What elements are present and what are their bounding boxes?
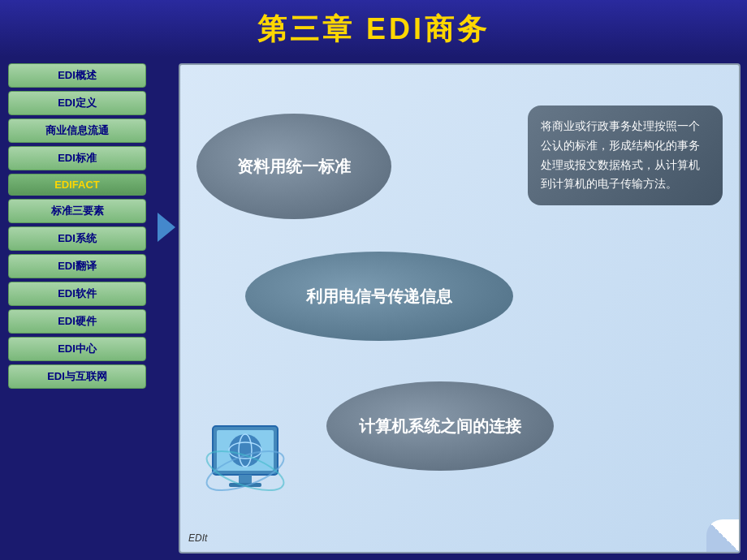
oval-computer-text: 计算机系统之间的连接: [359, 416, 521, 437]
content-area: 资料用统一标准 利用电信号传递信息 计算机系统之间的连接 将商业或行政事务处理按…: [179, 63, 741, 554]
page-header: 第三章 EDI商务: [0, 0, 747, 57]
svg-point-2: [229, 434, 261, 467]
edit-label: EDIt: [188, 532, 207, 544]
arrow-area: [154, 57, 179, 560]
sidebar-item-7[interactable]: EDI翻译: [8, 254, 146, 278]
oval-standard-text: 资料用统一标准: [237, 156, 351, 178]
sidebar-item-1[interactable]: EDI定义: [8, 91, 146, 115]
oval-computer: 计算机系统之间的连接: [326, 381, 554, 471]
sidebar-item-8[interactable]: EDI软件: [8, 282, 146, 306]
oval-telecom: 利用电信号传递信息: [245, 252, 513, 341]
sidebar-item-4[interactable]: EDIFACT: [8, 174, 146, 196]
svg-rect-5: [239, 475, 252, 483]
sidebar: EDI概述EDI定义商业信息流通EDI标准EDIFACT标准三要素EDI系统ED…: [0, 57, 154, 560]
description-text: 将商业或行政事务处理按照一个公认的标准，形成结构化的事务处理或报文数据格式，从计…: [541, 119, 700, 190]
nav-arrow: [158, 213, 175, 242]
oval-telecom-text: 利用电信号传递信息: [306, 286, 452, 308]
sidebar-item-10[interactable]: EDI中心: [8, 337, 146, 361]
sidebar-item-5[interactable]: 标准三要素: [8, 199, 146, 223]
main-area: EDI概述EDI定义商业信息流通EDI标准EDIFACT标准三要素EDI系统ED…: [0, 57, 747, 560]
computer-illustration: [196, 422, 302, 511]
sidebar-item-2[interactable]: 商业信息流通: [8, 118, 146, 143]
sidebar-item-11[interactable]: EDI与互联网: [8, 364, 146, 389]
sidebar-item-6[interactable]: EDI系统: [8, 226, 146, 251]
description-box: 将商业或行政事务处理按照一个公认的标准，形成结构化的事务处理或报文数据格式，从计…: [528, 106, 723, 205]
page-title: 第三章 EDI商务: [257, 12, 490, 45]
sidebar-item-3[interactable]: EDI标准: [8, 146, 146, 170]
oval-standard: 资料用统一标准: [196, 114, 391, 219]
sidebar-item-0[interactable]: EDI概述: [8, 63, 146, 88]
sidebar-item-9[interactable]: EDI硬件: [8, 309, 146, 334]
